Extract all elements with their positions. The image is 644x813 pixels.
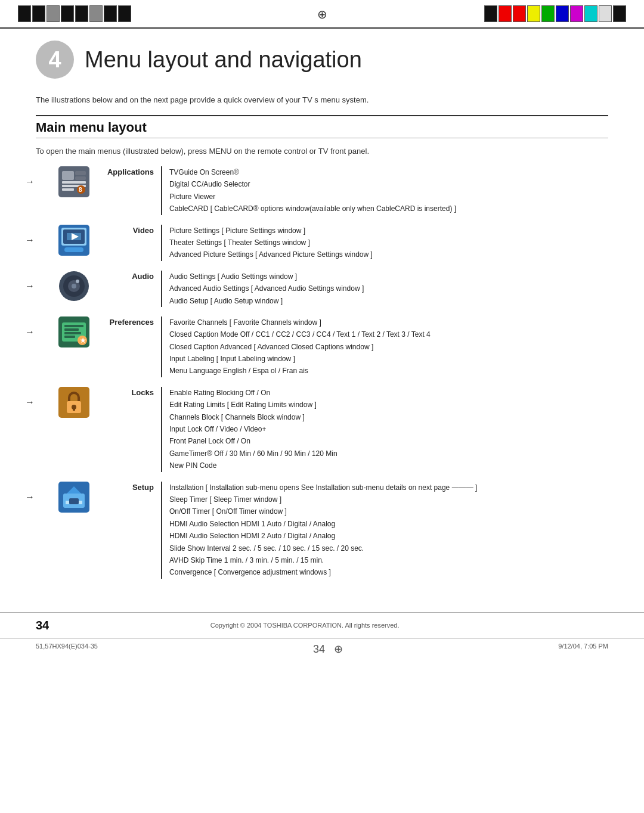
setup-details: Installation [ Installation sub-menu ope…	[161, 482, 608, 579]
detail-line: Sleep Timer [ Sleep Timer window ]	[169, 494, 608, 505]
svg-text:8: 8	[79, 187, 82, 193]
menu-row-audio: → Audio Audio Settings [ Audio Settings …	[36, 271, 608, 307]
detail-line: Channels Block [ Channels Block window ]	[169, 411, 608, 423]
chapter-number: 4	[36, 41, 74, 79]
menu-icon-col-preferences: → ★	[36, 316, 95, 347]
setup-label: Setup	[95, 482, 161, 492]
arrow-icon: →	[25, 176, 35, 187]
arrow-icon: →	[25, 235, 35, 246]
color-block	[89, 5, 103, 22]
menu-row-video: → Video Picture Settings [ Picture Setti…	[36, 225, 608, 261]
detail-line: Edit Rating Limits [ Edit Rating Limits …	[169, 399, 608, 411]
applications-icon: 8	[58, 166, 89, 197]
detail-line: Input Labeling [ Input Labeling window ]	[169, 353, 608, 365]
detail-line: On/Off Timer [ On/Off Timer window ]	[169, 505, 608, 517]
color-block	[75, 5, 88, 22]
svg-rect-22	[64, 325, 83, 327]
color-block	[118, 5, 131, 22]
detail-line: Audio Setup [ Audio Setup window ]	[169, 295, 608, 307]
applications-label: Applications	[95, 166, 161, 176]
menu-row-setup: → Setup Installation [ Installation sub-…	[36, 482, 608, 579]
locks-details: Enable Rating Blocking Off / On Edit Rat…	[161, 387, 608, 472]
color-block	[613, 5, 626, 22]
arrow-icon: →	[25, 281, 35, 291]
page-number: 34	[36, 619, 49, 632]
detail-line: Closed Caption Advanced [ Advanced Close…	[169, 341, 608, 353]
detail-line: New PIN Code	[169, 460, 608, 471]
locks-icon	[58, 387, 89, 418]
section-divider: Main menu layout	[36, 115, 608, 138]
detail-line: Picture Settings [ Picture Settings wind…	[169, 225, 608, 237]
chapter-title: Menu layout and navigation	[85, 47, 362, 73]
color-block-cyan	[584, 5, 597, 22]
arrow-icon: →	[25, 492, 35, 502]
chapter-heading: 4 Menu layout and navigation	[36, 41, 608, 79]
section-title: Main menu layout	[36, 120, 608, 135]
crosshair-top: ⊕	[317, 7, 327, 21]
menu-row-preferences: → ★ Preferences Favorite Channels [ Favo…	[36, 316, 608, 377]
detail-line: GameTimer® Off / 30 Min / 60 Min / 90 Mi…	[169, 448, 608, 460]
svg-point-18	[72, 284, 76, 288]
svg-rect-35	[69, 498, 79, 504]
detail-line: Convergence [ Convergence adjustment win…	[169, 566, 608, 578]
detail-line: Closed Caption Mode Off / CC1 / CC2 / CC…	[169, 328, 608, 340]
detail-line: HDMI Audio Selection HDMI 2 Auto / Digit…	[169, 530, 608, 542]
menu-icon-col-audio: →	[36, 271, 95, 302]
detail-line: Favorite Channels [ Favorite Channels wi…	[169, 316, 608, 328]
setup-icon	[58, 482, 89, 513]
detail-line: Picture Viewer	[169, 191, 608, 203]
color-block	[484, 5, 497, 22]
svg-rect-6	[62, 188, 74, 191]
locks-label: Locks	[95, 387, 161, 397]
audio-icon	[58, 271, 89, 302]
color-block	[61, 5, 74, 22]
detail-line: Advanced Picture Settings [ Advanced Pic…	[169, 249, 608, 260]
video-label: Video	[95, 225, 161, 235]
color-block-red	[499, 5, 512, 22]
intro-text: The illustrations below and on the next …	[36, 95, 608, 104]
svg-rect-24	[64, 332, 81, 334]
svg-rect-23	[64, 328, 79, 331]
detail-line: Menu Language English / Espa ol / Fran a…	[169, 365, 608, 377]
footer-right: 9/12/04, 7:05 PM	[558, 643, 608, 656]
svg-rect-14	[64, 247, 83, 252]
copyright-text: Copyright © 2004 TOSHIBA CORPORATION. Al…	[210, 622, 400, 629]
section-intro: To open the main menus (illustrated belo…	[36, 147, 608, 156]
detail-line: CableCARD [ CableCARD® options window(av…	[169, 203, 608, 215]
detail-line: Input Lock Off / Video / Video+	[169, 423, 608, 435]
top-bar: ⊕	[0, 0, 644, 29]
svg-rect-36	[66, 501, 69, 504]
svg-rect-2	[75, 171, 86, 175]
detail-line: Digital CC/Audio Selector	[169, 178, 608, 190]
detail-line: Theater Settings [ Theater Settings wind…	[169, 237, 608, 249]
svg-rect-25	[64, 336, 75, 338]
video-details: Picture Settings [ Picture Settings wind…	[161, 225, 608, 261]
menu-icon-col-locks: →	[36, 387, 95, 418]
bottom-footer: 51,57HX94(E)034-35 34 ⊕ 9/12/04, 7:05 PM	[0, 638, 644, 659]
menu-row-applications: → 8 Applications TVGuide On Screen® Digi…	[36, 166, 608, 215]
menu-icon-col-setup: →	[36, 482, 95, 513]
preferences-details: Favorite Channels [ Favorite Channels wi…	[161, 316, 608, 377]
color-block	[47, 5, 60, 22]
detail-line: Installation [ Installation sub-menu ope…	[169, 482, 608, 494]
detail-line: Audio Settings [ Audio Settings window ]	[169, 271, 608, 283]
color-block-red	[513, 5, 526, 22]
menu-icon-col-applications: → 8	[36, 166, 95, 197]
menu-row-locks: → Locks Enable Rating Blocking Off / On …	[36, 387, 608, 472]
color-block	[18, 5, 31, 22]
footer-left: 51,57HX94(E)034-35	[36, 643, 98, 656]
svg-rect-3	[75, 176, 86, 180]
arrow-icon: →	[25, 397, 35, 408]
color-block-green	[541, 5, 555, 22]
detail-line: HDMI Audio Selection HDMI 1 Auto / Digit…	[169, 518, 608, 530]
color-block-white	[599, 5, 612, 22]
color-block-yellow	[527, 5, 540, 22]
menu-icon-col-video: →	[36, 225, 95, 256]
svg-text:★: ★	[80, 337, 86, 344]
detail-line: Front Panel Lock Off / On	[169, 435, 608, 447]
detail-line: Slide Show Interval 2 sec. / 5 sec. / 10…	[169, 542, 608, 554]
color-block-blue	[556, 5, 569, 22]
detail-line: Advanced Audio Settings [ Advanced Audio…	[169, 283, 608, 294]
preferences-label: Preferences	[95, 316, 161, 327]
detail-line: AVHD Skip Time 1 min. / 3 min. / 5 min. …	[169, 554, 608, 566]
